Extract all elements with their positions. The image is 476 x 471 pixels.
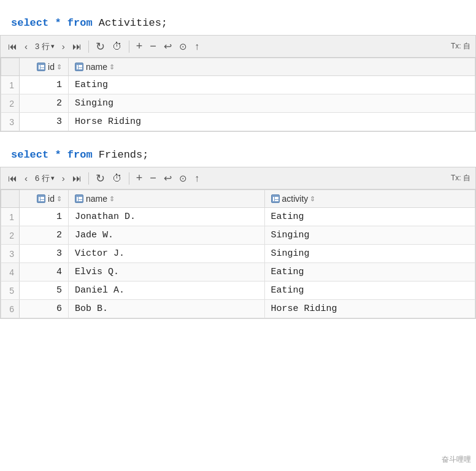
friends-id-cell-6: 6 xyxy=(20,300,69,318)
remove-button-1[interactable]: − xyxy=(147,39,159,54)
friends-row-num-4: 4 xyxy=(1,263,20,281)
activities-query: select * from Activities; xyxy=(0,11,476,35)
sql-select-kw-2: select xyxy=(11,149,48,161)
friends-name-sort: ⇕ xyxy=(109,195,115,203)
friends-row-num-3: 3 xyxy=(1,245,20,263)
activities-id-cell-3: 3 xyxy=(20,113,69,131)
friends-id-cell-4: 4 xyxy=(20,263,69,281)
refresh-button-1[interactable]: ↻ xyxy=(93,39,107,55)
friends-id-cell-1: 1 xyxy=(20,208,69,226)
last-page-button[interactable]: ⏭ xyxy=(70,40,84,53)
activities-tbody: 1 1 Eating 2 2 Singing 3 3 Horse Riding xyxy=(1,76,475,131)
friends-name-cell-4: Elvis Q. xyxy=(69,263,265,281)
sql-table-friends: Friends; xyxy=(99,149,149,161)
friends-next-page-button[interactable]: › xyxy=(60,172,67,185)
friends-table-row[interactable]: 4 4 Elvis Q. Eating xyxy=(1,263,475,281)
activities-table-row[interactable]: 2 2 Singing xyxy=(1,94,475,113)
friends-table: id ⇕ name ⇕ xyxy=(1,190,475,318)
friends-row-num-header xyxy=(1,190,20,208)
friends-activity-header[interactable]: activity ⇕ xyxy=(264,190,475,208)
friends-undo-button[interactable]: ↩ xyxy=(161,171,174,185)
friends-name-cell-2: Jade W. xyxy=(69,226,265,245)
friends-section: select * from Friends; ⏮ ‹ 6 行 ▾ › ⏭ ↻ ⏱… xyxy=(0,143,476,319)
activities-row-dropdown-arrow[interactable]: ▾ xyxy=(51,42,55,50)
friends-name-cell-6: Bob B. xyxy=(69,300,265,318)
friends-name-col-icon xyxy=(75,194,83,203)
friends-id-label: id xyxy=(48,194,55,204)
prev-page-button[interactable]: ‹ xyxy=(22,40,30,53)
search-button-1[interactable]: ⏱ xyxy=(110,40,125,53)
activities-id-col-icon xyxy=(37,63,45,71)
activities-name-cell-1: Eating xyxy=(69,76,475,94)
friends-name-cell-3: Victor J. xyxy=(69,245,265,263)
activities-result-panel: ⏮ ‹ 3 行 ▾ › ⏭ ↻ ⏱ + − ↩ ⊙ ↑ Tx: 自 xyxy=(0,35,476,132)
friends-id-header[interactable]: id ⇕ xyxy=(20,190,69,208)
activities-row-count-value: 3 行 xyxy=(35,41,50,52)
activities-name-header[interactable]: name ⇕ xyxy=(69,58,475,76)
activities-id-cell-1: 1 xyxy=(20,76,69,94)
friends-name-cell-5: Daniel A. xyxy=(69,281,265,300)
activities-section: select * from Activities; ⏮ ‹ 3 行 ▾ › ⏭ … xyxy=(0,11,476,132)
friends-row-num-2: 2 xyxy=(1,226,20,245)
friends-id-cell-2: 2 xyxy=(20,226,69,245)
friends-tbody: 1 1 Jonathan D. Eating 2 2 Jade W. Singi… xyxy=(1,208,475,318)
first-page-button[interactable]: ⏮ xyxy=(6,40,20,53)
activities-name-sort: ⇕ xyxy=(109,63,115,71)
activities-row-num-2: 2 xyxy=(1,94,20,113)
friends-table-row[interactable]: 2 2 Jade W. Singing xyxy=(1,226,475,245)
sql-select-kw: select xyxy=(11,17,48,29)
next-page-button[interactable]: › xyxy=(60,40,67,53)
up-button-1[interactable]: ↑ xyxy=(192,40,202,53)
add-button-1[interactable]: + xyxy=(134,39,145,54)
friends-remove-button[interactable]: − xyxy=(147,170,159,186)
friends-result-panel: ⏮ ‹ 6 行 ▾ › ⏭ ↻ ⏱ + − ↩ ⊙ ↑ Tx: 自 xyxy=(0,167,476,319)
friends-up-button[interactable]: ↑ xyxy=(192,172,202,185)
friends-refresh-button[interactable]: ↻ xyxy=(93,170,107,186)
friends-id-col-icon xyxy=(37,194,45,203)
friends-id-cell-3: 3 xyxy=(20,245,69,263)
activities-header-row: id ⇕ name ⇕ xyxy=(1,58,475,76)
activities-row-num-header xyxy=(1,58,20,76)
friends-table-row[interactable]: 5 5 Daniel A. Eating xyxy=(1,281,475,300)
friends-add-button[interactable]: + xyxy=(134,170,145,186)
friends-activity-col-icon xyxy=(271,194,280,203)
copy-button-1[interactable]: ⊙ xyxy=(177,40,190,53)
sql-table-activities: Activities; xyxy=(99,17,167,29)
friends-table-row[interactable]: 1 1 Jonathan D. Eating xyxy=(1,208,475,226)
friends-row-num-1: 1 xyxy=(1,208,20,226)
activities-table-row[interactable]: 3 3 Horse Riding xyxy=(1,113,475,131)
friends-prev-page-button[interactable]: ‹ xyxy=(22,172,30,185)
activities-id-cell-2: 2 xyxy=(20,94,69,113)
friends-header-row: id ⇕ name ⇕ xyxy=(1,190,475,208)
friends-activity-cell-1: Eating xyxy=(264,208,475,226)
activities-table-row[interactable]: 1 1 Eating xyxy=(1,76,475,94)
friends-activity-cell-2: Singing xyxy=(264,226,475,245)
undo-button-1[interactable]: ↩ xyxy=(161,39,174,53)
activities-name-label: name xyxy=(86,62,107,72)
friends-activity-sort: ⇕ xyxy=(310,195,315,203)
friends-toolbar: ⏮ ‹ 6 行 ▾ › ⏭ ↻ ⏱ + − ↩ ⊙ ↑ Tx: 自 xyxy=(1,167,475,190)
friends-toolbar-divider-2 xyxy=(129,172,129,185)
activities-id-label: id xyxy=(48,62,55,72)
friends-last-page-button[interactable]: ⏭ xyxy=(70,172,84,185)
activities-id-sort: ⇕ xyxy=(56,63,62,71)
sql-star-2: * xyxy=(55,149,67,161)
activities-name-cell-3: Horse Riding xyxy=(69,113,475,131)
friends-activity-label: activity xyxy=(282,194,309,204)
toolbar-divider-2 xyxy=(129,40,129,53)
friends-search-button[interactable]: ⏱ xyxy=(110,172,125,185)
friends-activity-cell-4: Eating xyxy=(264,263,475,281)
friends-first-page-button[interactable]: ⏮ xyxy=(6,172,20,185)
activities-id-header[interactable]: id ⇕ xyxy=(20,58,69,76)
friends-table-row[interactable]: 3 3 Victor J. Singing xyxy=(1,245,475,263)
friends-row-dropdown-arrow[interactable]: ▾ xyxy=(51,174,55,182)
friends-copy-button[interactable]: ⊙ xyxy=(177,172,190,185)
page: select * from Activities; ⏮ ‹ 3 行 ▾ › ⏭ … xyxy=(0,0,476,471)
friends-query: select * from Friends; xyxy=(0,143,476,167)
activities-row-num-1: 1 xyxy=(1,76,20,94)
toolbar-divider-1 xyxy=(88,40,89,53)
friends-name-cell-1: Jonathan D. xyxy=(69,208,265,226)
friends-row-count: 6 行 ▾ xyxy=(33,173,57,184)
friends-table-row[interactable]: 6 6 Bob B. Horse Riding xyxy=(1,300,475,318)
friends-name-header[interactable]: name ⇕ xyxy=(69,190,265,208)
